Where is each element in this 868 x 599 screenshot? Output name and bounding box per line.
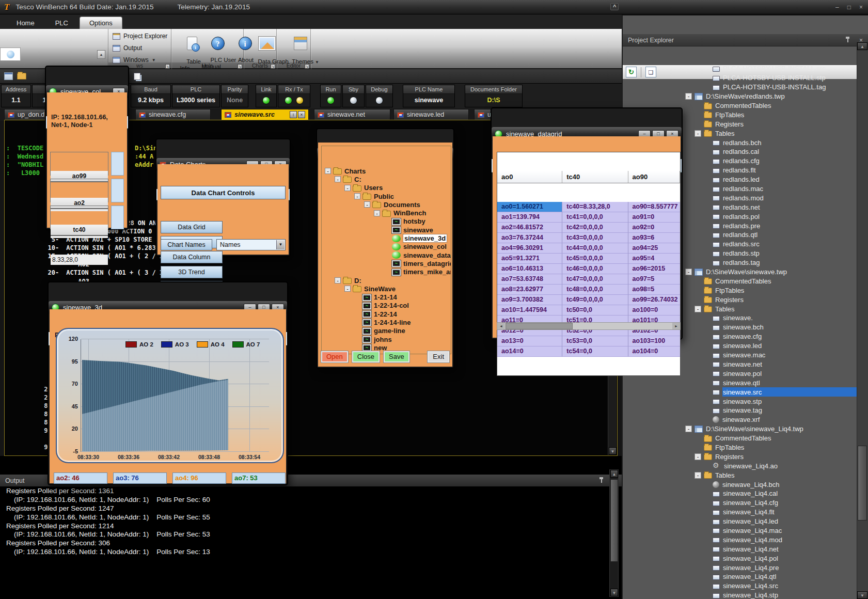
expand-toggle[interactable] bbox=[703, 370, 710, 377]
maximize-icon[interactable]: □ bbox=[847, 4, 851, 11]
tree-item[interactable]: sinewave_Liq4.net bbox=[623, 544, 868, 554]
chart-tree-item[interactable]: - WinBench bbox=[322, 209, 451, 217]
datagrid-hscrollbar[interactable]: ◄ ► bbox=[497, 322, 681, 330]
expand-toggle[interactable]: - bbox=[354, 193, 360, 199]
datagrid-row[interactable]: ao2=46.81572 tc42=0,0,0,0 ao92=0 bbox=[497, 223, 680, 233]
expand-toggle[interactable] bbox=[703, 573, 710, 580]
tree-item[interactable]: - Tables bbox=[623, 470, 868, 480]
datagrid-cell[interactable]: tc42=0,0,0,0 bbox=[562, 223, 628, 233]
open-button[interactable]: Open bbox=[321, 351, 348, 362]
expand-toggle[interactable] bbox=[354, 311, 360, 317]
tree-item[interactable]: sinewave.qtl bbox=[623, 378, 868, 387]
expand-toggle[interactable] bbox=[384, 218, 390, 225]
expand-toggle[interactable] bbox=[703, 65, 710, 72]
datagrid-cell[interactable]: ao93=6 bbox=[628, 233, 680, 243]
datagrid-row[interactable]: ao3=76.37244 tc43=0,0,0,0 ao93=6 bbox=[497, 233, 680, 243]
expand-toggle[interactable] bbox=[695, 121, 701, 128]
scroll-down-icon[interactable]: ▼ bbox=[857, 591, 867, 599]
expand-toggle[interactable] bbox=[703, 592, 710, 598]
chart-control-button[interactable]: Data Column bbox=[161, 251, 223, 263]
register-value[interactable]: 8.33,28,0 bbox=[51, 255, 108, 265]
expand-toggle[interactable] bbox=[695, 296, 701, 303]
chart-tree-item[interactable]: - Charts bbox=[322, 167, 451, 175]
expand-toggle[interactable] bbox=[703, 342, 710, 349]
chart-control-button[interactable]: 3D Trend bbox=[161, 266, 223, 278]
datagrid-cell[interactable]: tc44=0,0,0,0 bbox=[562, 243, 628, 254]
expand-toggle[interactable]: - bbox=[695, 130, 701, 137]
tree-item[interactable]: sinewave.src bbox=[623, 387, 868, 397]
datagrid-cell[interactable]: ao99=26.74032 bbox=[628, 295, 680, 305]
tab-close-button[interactable]: × bbox=[298, 111, 305, 118]
datagrid-cell[interactable]: tc48=0,0,0,0 bbox=[562, 285, 628, 295]
datagrid-row[interactable]: ao0=1.560271 tc40=8.33,28,0 ao90=8.55777… bbox=[497, 202, 680, 212]
expand-toggle[interactable] bbox=[703, 352, 710, 358]
chart-control-button[interactable]: Data Grid bbox=[161, 221, 223, 233]
tree-item[interactable]: - Registers bbox=[623, 452, 868, 461]
tree-item[interactable]: - D:\SineWave\redlands.twp bbox=[623, 92, 868, 101]
close-icon[interactable]: × bbox=[859, 4, 863, 11]
tree-scrollbar[interactable]: ▲ ▼ bbox=[857, 42, 868, 599]
expand-toggle[interactable] bbox=[703, 499, 710, 506]
expand-toggle[interactable] bbox=[695, 278, 701, 285]
expand-toggle[interactable]: - bbox=[685, 425, 692, 432]
datagrid-cell[interactable]: ao104=0 bbox=[628, 346, 680, 357]
tree-item[interactable]: sinewave_Liq4.mac bbox=[623, 526, 868, 535]
datagrid-row[interactable]: ao7=53.63748 tc47=0,0,0,0 ao97=5 bbox=[497, 274, 680, 285]
expand-toggle[interactable] bbox=[354, 319, 360, 325]
expand-toggle[interactable]: - bbox=[685, 93, 692, 100]
expand-toggle[interactable] bbox=[703, 481, 710, 488]
register-indicator[interactable] bbox=[111, 206, 124, 229]
expand-toggle[interactable] bbox=[703, 389, 710, 396]
datagrid-cell[interactable]: ao9=3.700382 bbox=[497, 295, 562, 305]
scrollbar-thumb[interactable] bbox=[858, 446, 867, 521]
datagrid-cell[interactable]: ao10=1.447594 bbox=[497, 305, 562, 316]
gallery-up-icon[interactable]: ▲ bbox=[97, 50, 105, 59]
tree-item[interactable]: PLCA-HOTSBY-USB-INSTALL.stp bbox=[623, 73, 868, 83]
expand-toggle[interactable] bbox=[354, 303, 360, 309]
expand-toggle[interactable]: - bbox=[344, 185, 351, 191]
chart-tree-item[interactable]: game-line bbox=[322, 327, 451, 335]
ribbon-tab[interactable]: Options bbox=[80, 17, 122, 29]
expand-toggle[interactable] bbox=[695, 287, 701, 294]
chart-tree-item[interactable]: sinewave_col bbox=[322, 243, 451, 251]
chart-tree-item[interactable]: 1-22-14 bbox=[322, 310, 451, 318]
ribbon-tab[interactable]: Home bbox=[7, 17, 44, 29]
chart-tree-item[interactable]: timers_mike_anderson bbox=[322, 268, 451, 276]
value-field[interactable]: ao4: 96 bbox=[172, 472, 226, 484]
group-launcher-icon[interactable]: ↘ bbox=[305, 64, 309, 69]
datagrid-cell[interactable]: ao3=76.37244 bbox=[497, 233, 562, 243]
expand-toggle[interactable] bbox=[384, 244, 390, 250]
datagrid-row[interactable]: ao10=1.447594 tc50=0,0 ao100=0 bbox=[497, 305, 680, 316]
datagrid-cell[interactable]: tc47=0,0,0,0 bbox=[562, 274, 628, 285]
datagrid-row[interactable]: ao5=91.3271 tc45=0,0,0,0 ao95=4 bbox=[497, 254, 680, 264]
datagrid-cell[interactable]: ao91=0 bbox=[628, 212, 680, 223]
expand-toggle[interactable] bbox=[703, 361, 710, 368]
datagrid-cell[interactable]: ao94=25 bbox=[628, 243, 680, 254]
register-indicator[interactable] bbox=[111, 152, 124, 176]
chart-tree-item[interactable]: sinewave bbox=[322, 226, 451, 234]
expand-toggle[interactable] bbox=[695, 102, 701, 109]
chart-tree-item[interactable]: - C: bbox=[322, 175, 451, 183]
expand-toggle[interactable]: - bbox=[335, 176, 341, 182]
datagrid-row[interactable]: ao13=0 tc53=0,0 ao103=100 bbox=[497, 336, 680, 346]
datagrid-cell[interactable]: tc54=0,0 bbox=[562, 346, 628, 357]
expand-toggle[interactable] bbox=[703, 84, 710, 90]
expand-toggle[interactable] bbox=[703, 518, 710, 525]
expand-toggle[interactable] bbox=[703, 195, 710, 201]
group-launcher-icon[interactable]: ↘ bbox=[271, 64, 275, 69]
scrollbar-thumb[interactable] bbox=[506, 323, 573, 329]
chart-tree-item[interactable]: - D: bbox=[322, 276, 451, 285]
datagrid-cell[interactable]: ao90=8.557777 bbox=[628, 202, 680, 212]
project-explorer-button[interactable]: Project Explorer bbox=[113, 31, 167, 41]
tree-item[interactable]: sinewave_Liq4.cfg bbox=[623, 498, 868, 508]
tree-item[interactable]: CommentedTables bbox=[623, 434, 868, 443]
expand-toggle[interactable] bbox=[703, 176, 710, 183]
chart-tree-item[interactable]: 1-24-14-line bbox=[322, 318, 451, 326]
pin-icon[interactable] bbox=[845, 37, 850, 42]
tree-item[interactable]: PLCA-HOTSBY-USB-INSTALL.tag bbox=[623, 83, 868, 92]
register-indicator[interactable] bbox=[111, 179, 124, 202]
tree-item[interactable]: - D:\SineWave\sinewave_Liq4.twp bbox=[623, 424, 868, 434]
expand-toggle[interactable] bbox=[703, 157, 710, 164]
close-chart-button[interactable]: Close bbox=[352, 351, 380, 362]
expand-toggle[interactable] bbox=[703, 582, 710, 589]
